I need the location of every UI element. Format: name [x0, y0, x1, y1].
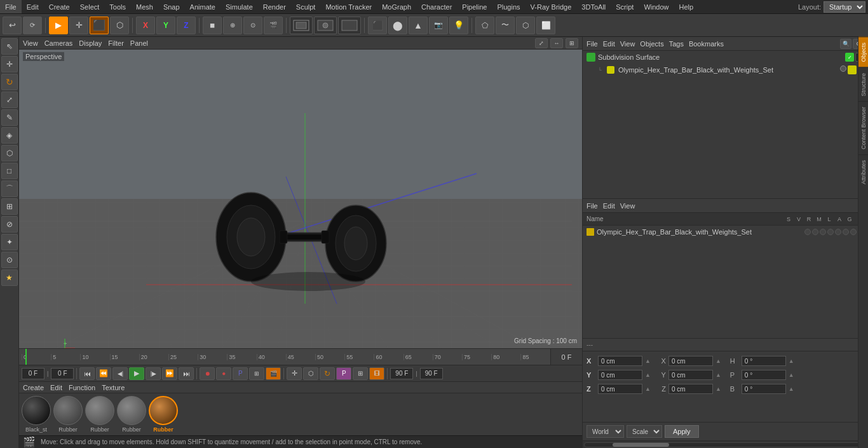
render-settings[interactable] [338, 17, 361, 34]
objects-tags-menu[interactable]: Tags [669, 40, 684, 48]
scale-tool[interactable]: ⬡ [110, 17, 129, 34]
coord-z-pos-input[interactable] [598, 384, 642, 394]
sphere-button[interactable]: ⬤ [388, 17, 407, 34]
timeline-cursor[interactable] [25, 349, 27, 365]
local-coord[interactable]: ⊙ [243, 17, 262, 34]
viewport-menu-display[interactable]: Display [79, 39, 102, 47]
lt-tool12[interactable]: ✦ [1, 234, 18, 250]
coord-y-size-arrow[interactable]: ▲ [715, 372, 721, 378]
lt-tool14[interactable]: ★ [1, 269, 18, 286]
layers-view-menu[interactable]: View [620, 202, 635, 210]
frame-start-input[interactable] [22, 368, 44, 379]
objects-search[interactable]: 🔍 [840, 39, 851, 49]
menu-select[interactable]: Select [75, 0, 105, 13]
pb-rotate[interactable]: ↻ [320, 367, 335, 380]
lt-tool11[interactable]: ⊘ [1, 216, 18, 233]
menu-snap[interactable]: Snap [158, 0, 185, 13]
menu-render[interactable]: Render [258, 0, 291, 13]
menu-simulate[interactable]: Simulate [220, 0, 258, 13]
viewport-menu-panel[interactable]: Panel [130, 39, 148, 47]
pb-film[interactable]: 🎞 [369, 367, 384, 380]
frame-end-input[interactable] [420, 368, 443, 379]
viewport-menu-view[interactable]: View [23, 39, 38, 47]
tab-structure[interactable]: Structure [858, 67, 868, 102]
playback-settings[interactable]: ⊞ [249, 367, 264, 380]
layer-dot-2[interactable] [812, 229, 818, 235]
scrollbar-track[interactable] [584, 442, 867, 447]
select-tool[interactable]: ▶ [49, 17, 68, 34]
tab-attributes[interactable]: Attributes [858, 154, 868, 189]
goto-start-button[interactable]: ⏮ [79, 367, 95, 380]
coord-h-arrow[interactable]: ▲ [789, 358, 794, 364]
tab-objects[interactable]: Objects [858, 37, 868, 67]
coord-b-arrow[interactable]: ▲ [789, 386, 794, 392]
menu-edit[interactable]: Edit [22, 0, 44, 13]
objects-file-menu[interactable]: File [587, 40, 598, 48]
horizontal-scrollbar[interactable] [583, 440, 868, 448]
olympic-visibility-dot[interactable] [840, 65, 846, 72]
pb-p[interactable]: P [336, 367, 351, 380]
next-frame-button[interactable]: ⏩ [162, 367, 177, 380]
menu-create[interactable]: Create [44, 0, 75, 13]
lt-tool7[interactable]: ⬡ [1, 145, 18, 161]
record-button[interactable]: ● [216, 367, 231, 380]
layer-dot-4[interactable] [827, 229, 834, 235]
polygon-button[interactable]: ⬠ [475, 17, 494, 34]
redo-button[interactable]: ⟳ [23, 17, 42, 34]
pb-scale[interactable]: ⬡ [303, 367, 318, 380]
floor-button[interactable]: ⬜ [536, 17, 555, 34]
material-rubber-4[interactable]: Rubber [149, 396, 178, 433]
menu-plugins[interactable]: Plugins [492, 0, 525, 13]
lt-select[interactable]: ⇖ [1, 38, 18, 55]
mat-menu-function[interactable]: Function [69, 384, 95, 391]
scene-item-subdivision[interactable]: Subdivision Surface ✓ [583, 51, 868, 64]
coord-x-size-input[interactable] [668, 356, 713, 366]
layer-dot-3[interactable] [820, 229, 826, 235]
coord-y-pos-input[interactable] [598, 370, 642, 380]
render-region[interactable] [290, 17, 313, 34]
mat-menu-create[interactable]: Create [23, 384, 44, 391]
scene-item-olympic-bar[interactable]: └ Olympic_Hex_Trap_Bar_Black_with_Weight… [583, 64, 868, 76]
objects-view-menu[interactable]: View [620, 40, 635, 48]
cube-button[interactable]: ⬛ [368, 17, 387, 34]
coord-p-arrow[interactable]: ▲ [789, 372, 794, 378]
coord-apply-button[interactable]: Apply [665, 425, 699, 438]
menu-sculpt[interactable]: Sculpt [291, 0, 321, 13]
coord-z-size-arrow[interactable]: ▲ [715, 386, 721, 392]
y-axis[interactable]: Y [156, 17, 175, 34]
scrollbar-thumb[interactable] [613, 443, 669, 447]
prev-frame-button[interactable]: ⏪ [96, 367, 111, 380]
coord-x-pos-input[interactable] [598, 356, 642, 366]
lt-tool9[interactable]: ⌒ [1, 180, 18, 197]
playback-film[interactable]: 🎬 [266, 367, 281, 380]
menu-vray[interactable]: V-Ray Bridge [526, 0, 577, 13]
z-axis[interactable]: Z [177, 17, 196, 34]
menu-tools[interactable]: Tools [104, 0, 131, 13]
mat-menu-texture[interactable]: Texture [102, 384, 125, 391]
lt-scale[interactable]: ⤢ [1, 92, 18, 108]
coord-x-size-arrow[interactable]: ▲ [715, 358, 721, 364]
pb-grid[interactable]: ⊞ [353, 367, 368, 380]
camera-button[interactable]: 📷 [429, 17, 448, 34]
x-axis[interactable]: X [136, 17, 155, 34]
lt-tool13[interactable]: ⊙ [1, 252, 18, 268]
object-mode[interactable]: ◼ [203, 17, 222, 34]
vp-maximize[interactable]: ⊞ [566, 38, 578, 48]
menu-pipeline[interactable]: Pipeline [457, 0, 492, 13]
objects-edit-menu[interactable]: Edit [603, 40, 615, 48]
loop-button[interactable]: ⏺ [200, 367, 215, 380]
layout-select[interactable]: Startup [824, 1, 865, 13]
layer-dot-7[interactable] [850, 229, 857, 235]
lt-tool8[interactable]: □ [1, 163, 18, 179]
layer-dot-6[interactable] [843, 229, 849, 235]
objects-objects-menu[interactable]: Objects [640, 40, 663, 48]
lt-rotate[interactable]: ↻ [1, 74, 18, 90]
cone-button[interactable]: ▲ [409, 17, 428, 34]
vp-arrow[interactable]: ↔ [550, 38, 563, 48]
material-rubber-3[interactable]: Rubber [117, 396, 146, 433]
subdivision-visibility[interactable]: ✓ [845, 53, 854, 62]
menu-motion-tracker[interactable]: Motion Tracker [320, 0, 377, 13]
viewport-menu-cameras[interactable]: Cameras [44, 39, 73, 47]
layer-dot-5[interactable] [835, 229, 841, 235]
move-tool[interactable]: ✛ [69, 17, 88, 34]
